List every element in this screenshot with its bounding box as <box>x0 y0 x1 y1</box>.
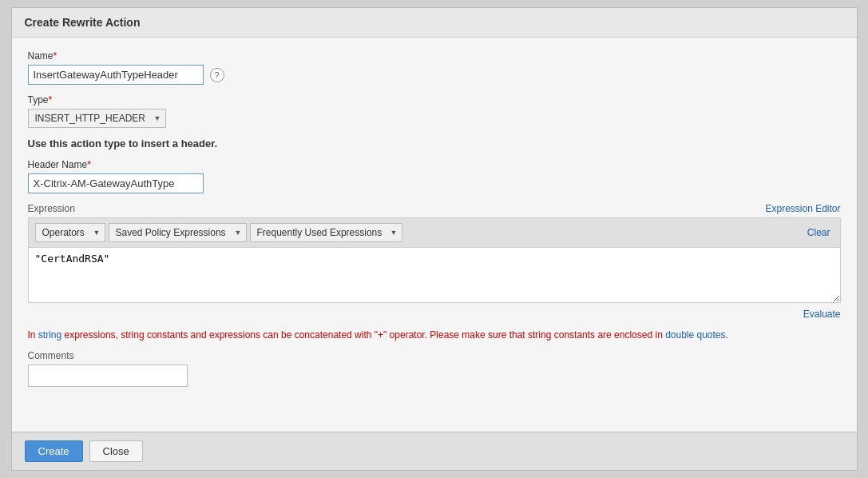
header-name-input[interactable] <box>28 173 204 193</box>
comments-field-group: Comments <box>28 350 841 387</box>
evaluate-link[interactable]: Evaluate <box>803 309 841 320</box>
expression-label: Expression <box>28 203 75 214</box>
header-name-label: Header Name* <box>28 159 841 170</box>
expression-section: Expression Expression Editor Operators S… <box>28 203 841 320</box>
type-select-wrapper: INSERT_HTTP_HEADER <box>28 109 166 128</box>
evaluate-row: Evaluate <box>28 309 841 320</box>
type-field-group: Type* INSERT_HTTP_HEADER <box>28 94 841 128</box>
expression-toolbar-left: Operators Saved Policy Expressions Frequ… <box>35 223 402 242</box>
expression-textarea[interactable]: "CertAndRSA" <box>28 247 841 303</box>
saved-policy-select[interactable]: Saved Policy Expressions <box>109 223 247 242</box>
name-label: Name* <box>28 50 841 62</box>
close-button[interactable]: Close <box>89 440 143 462</box>
operators-select-wrapper: Operators <box>35 223 105 242</box>
create-button[interactable]: Create <box>25 440 83 462</box>
type-label: Type* <box>28 94 841 106</box>
operators-select[interactable]: Operators <box>35 223 105 242</box>
expression-header: Expression Expression Editor <box>28 203 841 214</box>
saved-policy-select-wrapper: Saved Policy Expressions <box>109 223 247 242</box>
clear-link[interactable]: Clear <box>807 227 834 238</box>
dialog-body: Name* ? Type* INSERT_HTTP_HEADER Use thi… <box>12 38 857 432</box>
name-row: ? <box>28 65 841 85</box>
header-name-field-group: Header Name* <box>28 159 841 193</box>
name-field-group: Name* ? <box>28 50 841 85</box>
expression-toolbar: Operators Saved Policy Expressions Frequ… <box>28 217 841 247</box>
comments-input[interactable] <box>28 364 188 387</box>
expression-editor-link[interactable]: Expression Editor <box>765 203 840 214</box>
type-select[interactable]: INSERT_HTTP_HEADER <box>28 109 166 128</box>
dialog-title: Create Rewrite Action <box>12 8 857 38</box>
create-rewrite-action-dialog: Create Rewrite Action Name* ? Type* INSE… <box>11 7 858 471</box>
action-type-hint: Use this action type to insert a header. <box>28 137 841 149</box>
frequently-used-select-wrapper: Frequently Used Expressions <box>250 223 402 242</box>
frequently-used-select[interactable]: Frequently Used Expressions <box>250 223 402 242</box>
name-input[interactable] <box>28 65 204 85</box>
info-text: In string expressions, string constants … <box>28 328 841 342</box>
comments-label: Comments <box>28 350 841 361</box>
dialog-footer: Create Close <box>12 432 857 470</box>
help-icon[interactable]: ? <box>210 68 224 82</box>
